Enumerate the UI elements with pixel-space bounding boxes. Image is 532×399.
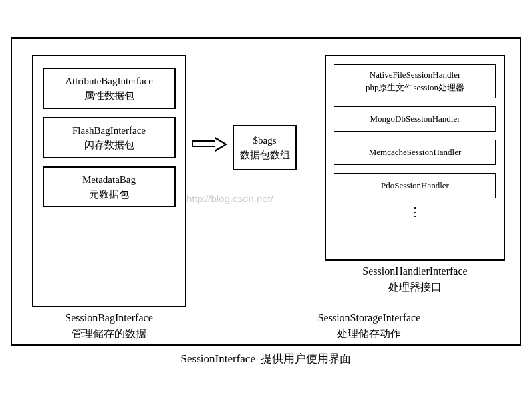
native-file-handler-box: NativeFileSessionHandler php原生文件session处… [334, 64, 496, 98]
storage-caption-desc: 处理储存动作 [231, 326, 507, 342]
handler-caption-desc: 处理器接口 [325, 279, 505, 295]
outer-caption: SessionInterface 提供用户使用界面 [11, 351, 521, 366]
flash-bag-name: FlashBagInterface [72, 123, 146, 138]
handler-caption: SessionHandlerInterface 处理器接口 [325, 263, 505, 295]
attribute-bag-desc: 属性数据包 [84, 88, 134, 104]
memcache-handler-name: MemcacheSessionHandler [369, 146, 462, 159]
pdo-handler-name: PdoSessionHandler [381, 179, 449, 192]
outer-caption-desc: 提供用户使用界面 [261, 352, 351, 365]
session-interface-container: AttributeBagInterface 属性数据包 FlashBagInte… [11, 37, 521, 346]
native-file-handler-name: NativeFileSessionHandler [370, 68, 460, 82]
mongodb-handler-box: MongoDbSessionHandler [334, 106, 496, 132]
memcache-handler-box: MemcacheSessionHandler [334, 140, 496, 165]
session-storage-interface-box: $bags 数据包数组 NativeFileSessionHandler php… [231, 55, 507, 307]
flash-bag-box: FlashBagInterface 闪存数据包 [43, 117, 176, 158]
ellipsis-icon: ⋮ [326, 205, 504, 219]
session-handler-interface-box: NativeFileSessionHandler php原生文件session处… [325, 55, 505, 261]
pdo-handler-box: PdoSessionHandler [334, 173, 496, 198]
session-bag-caption: SessionBagInterface 管理储存的数据 [32, 310, 186, 342]
metadata-bag-box: MetadataBag 元数据包 [43, 166, 176, 207]
native-file-handler-desc: php原生文件session处理器 [366, 81, 464, 94]
handler-caption-interface: SessionHandlerInterface [325, 263, 505, 279]
flash-bag-desc: 闪存数据包 [84, 138, 134, 153]
storage-caption-interface: SessionStorageInterface [231, 310, 507, 326]
session-bag-interface-box: AttributeBagInterface 属性数据包 FlashBagInte… [32, 55, 186, 307]
outer-caption-interface: SessionInterface [181, 352, 255, 365]
session-bag-caption-interface: SessionBagInterface [32, 310, 186, 326]
bags-array-box: $bags 数据包数组 [233, 125, 297, 170]
session-bag-caption-desc: 管理储存的数据 [32, 326, 186, 342]
bags-var-name: $bags [253, 133, 277, 148]
metadata-bag-name: MetadataBag [82, 172, 136, 188]
metadata-bag-desc: 元数据包 [89, 187, 129, 202]
attribute-bag-name: AttributeBagInterface [65, 74, 153, 89]
mongodb-handler-name: MongoDbSessionHandler [370, 112, 460, 126]
attribute-bag-box: AttributeBagInterface 属性数据包 [43, 68, 176, 109]
arrow-icon [192, 137, 227, 150]
storage-caption: SessionStorageInterface 处理储存动作 [231, 310, 507, 342]
bags-desc: 数据包数组 [240, 148, 290, 163]
